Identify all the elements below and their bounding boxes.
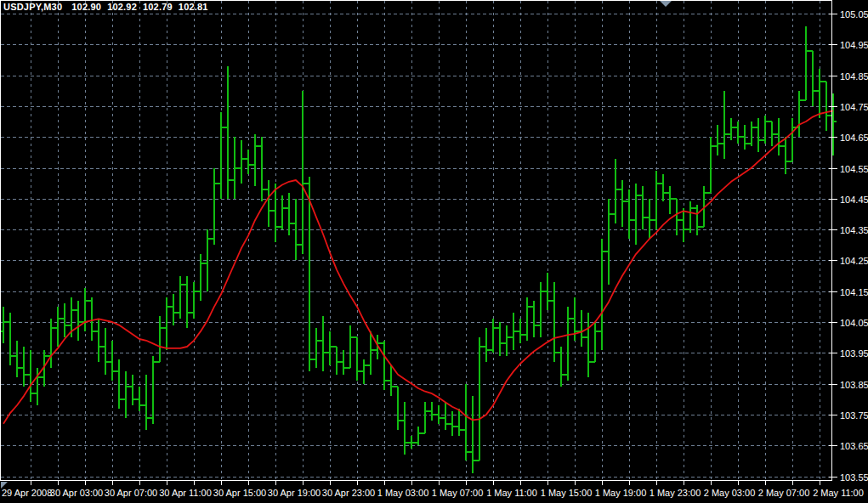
- y-axis-label: 104.25: [840, 256, 868, 266]
- y-axis-label: 104.05: [840, 318, 868, 328]
- x-axis-label: 30 Apr 03:00: [50, 488, 103, 498]
- y-axis-label: 103.55: [840, 472, 868, 483]
- y-axis-label: 104.65: [840, 133, 868, 143]
- y-axis-label: 103.65: [840, 441, 868, 451]
- chart-shift-marker[interactable]: [660, 1, 672, 7]
- ohlc-open-value: 102.90: [71, 2, 101, 12]
- chart-window: 105.05104.95104.85104.75104.65104.55104.…: [0, 0, 868, 503]
- x-axis-label: 1 May 19:00: [595, 488, 647, 498]
- y-axis-label: 104.95: [840, 40, 868, 50]
- x-axis-label: 2 May 07:00: [758, 488, 810, 498]
- x-axis-label: 30 Apr 07:00: [105, 488, 157, 498]
- x-axis-label: 30 Apr 15:00: [213, 488, 266, 498]
- x-axis-label: 30 Apr 11:00: [159, 488, 212, 498]
- y-axis-label: 103.85: [840, 380, 868, 390]
- y-axis-label: 104.35: [840, 225, 868, 235]
- ohlc-low-value: 102.79: [143, 2, 173, 12]
- y-axis-label: 104.55: [840, 164, 868, 174]
- x-axis-label: 30 Apr 23:00: [322, 488, 375, 498]
- x-axis-label: 29 Apr 2008: [2, 488, 52, 498]
- moving-average-line: [3, 110, 833, 424]
- x-axis-label: 1 May 07:00: [432, 488, 484, 498]
- x-axis-label: 1 May 03:00: [377, 488, 429, 498]
- y-axis-label: 103.95: [840, 348, 868, 359]
- chart-title: USDJPY,M30102.90102.92102.79102.81: [3, 2, 214, 12]
- y-axis-label: 105.05: [840, 9, 868, 20]
- x-axis-label: 2 May 03:00: [704, 488, 756, 498]
- y-axis-label: 104.75: [840, 102, 868, 112]
- x-axis-label: 1 May 11:00: [486, 488, 537, 498]
- ohlc-high-value: 102.92: [107, 2, 137, 12]
- y-axis-label: 104.45: [840, 195, 868, 205]
- symbol-period-label: USDJPY,M30: [3, 2, 62, 12]
- x-axis-label: 2 May 11:00: [813, 488, 864, 498]
- ohlc-close-value: 102.81: [179, 2, 208, 12]
- y-axis-label: 104.85: [840, 71, 868, 82]
- y-axis-label: 103.75: [840, 410, 868, 421]
- x-axis-label: 1 May 23:00: [650, 488, 701, 498]
- y-axis-label: 104.15: [840, 287, 868, 297]
- x-axis-label: 30 Apr 19:00: [268, 488, 321, 498]
- x-axis-label: 1 May 15:00: [541, 488, 593, 498]
- price-chart-canvas[interactable]: 105.05104.95104.85104.75104.65104.55104.…: [0, 0, 868, 503]
